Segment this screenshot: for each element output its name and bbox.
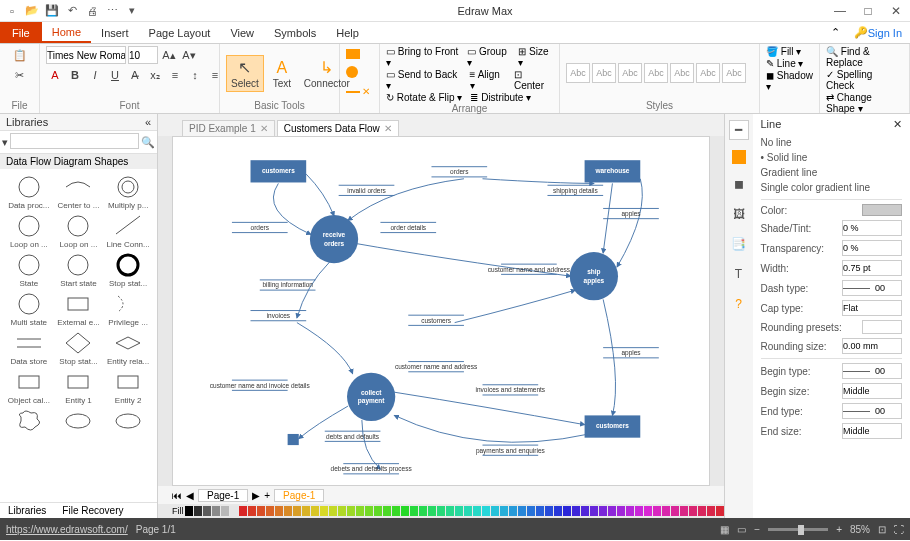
font-color-icon[interactable]: A — [46, 66, 64, 84]
shape-item[interactable]: Object cal... — [7, 368, 51, 405]
color-swatch[interactable] — [419, 506, 427, 516]
italic-icon[interactable]: I — [86, 66, 104, 84]
color-swatch[interactable] — [257, 506, 265, 516]
color-swatch[interactable] — [455, 506, 463, 516]
size-btn[interactable]: ⊞ Size ▾ — [518, 46, 553, 68]
collapse-icon[interactable]: « — [145, 116, 151, 128]
minimize-icon[interactable]: — — [830, 4, 850, 18]
shape-item[interactable]: Privilege ... — [106, 290, 150, 327]
change-shape[interactable]: ⇄ Change Shape ▾ — [826, 92, 903, 114]
text-panel-icon[interactable]: T — [729, 264, 749, 284]
shape-item[interactable]: State — [7, 251, 51, 288]
sign-in-link[interactable]: 🔑 Sign In — [846, 22, 910, 43]
color-swatch[interactable] — [662, 506, 670, 516]
cut-icon[interactable]: ✂ — [11, 66, 29, 84]
color-swatch[interactable] — [329, 506, 337, 516]
color-swatch[interactable] — [401, 506, 409, 516]
style-preset[interactable]: Abc — [722, 63, 746, 83]
status-url[interactable]: https://www.edrawsoft.com/ — [6, 524, 128, 535]
shape-item[interactable]: Line Conn... — [106, 212, 150, 249]
shape-rect-icon[interactable] — [346, 49, 360, 59]
color-swatch[interactable] — [599, 506, 607, 516]
color-swatch[interactable] — [473, 506, 481, 516]
color-swatch[interactable] — [707, 506, 715, 516]
style-preset[interactable]: Abc — [670, 63, 694, 83]
footer-libraries[interactable]: Libraries — [0, 503, 54, 518]
style-preset[interactable]: Abc — [644, 63, 668, 83]
shape-item[interactable]: Loop on ... — [7, 212, 51, 249]
line-style-option[interactable]: Gradient line — [761, 165, 903, 180]
close-panel-icon[interactable]: ✕ — [893, 118, 902, 131]
tab-view[interactable]: View — [220, 22, 264, 43]
color-swatch[interactable] — [527, 506, 535, 516]
color-swatch[interactable] — [221, 506, 229, 516]
view-mode-icon[interactable]: ▦ — [720, 524, 729, 535]
color-swatch[interactable] — [428, 506, 436, 516]
shape-item[interactable]: Loop on ... — [56, 212, 100, 249]
spacing-icon[interactable]: ↕ — [186, 66, 204, 84]
add-page-icon[interactable]: + — [264, 490, 270, 501]
shape-x-icon[interactable]: ✕ — [362, 86, 370, 97]
end-size-select[interactable] — [842, 423, 902, 439]
prev-page-icon[interactable]: ◀ — [186, 490, 194, 501]
shape-item[interactable]: Multiply p... — [106, 173, 150, 210]
color-swatch[interactable] — [590, 506, 598, 516]
fill-btn[interactable]: 🪣 Fill ▾ — [766, 46, 801, 57]
shape-item[interactable]: Entity rela... — [106, 329, 150, 366]
color-swatch[interactable] — [383, 506, 391, 516]
search-icon[interactable]: 🔍 — [141, 133, 155, 151]
rounding-input[interactable] — [842, 338, 902, 354]
doc-tab[interactable]: PID Example 1✕ — [182, 120, 275, 136]
zoom-out-icon[interactable]: − — [754, 524, 760, 535]
shape-item[interactable] — [7, 407, 51, 435]
qat-dropdown-icon[interactable]: ▾ — [124, 3, 140, 19]
color-swatch[interactable] — [239, 506, 247, 516]
color-swatch[interactable] — [374, 506, 382, 516]
color-swatch[interactable] — [446, 506, 454, 516]
style-preset[interactable]: Abc — [592, 63, 616, 83]
tab-symbols[interactable]: Symbols — [264, 22, 326, 43]
color-swatch[interactable] — [437, 506, 445, 516]
shape-item[interactable] — [56, 407, 100, 435]
underline-icon[interactable]: U — [106, 66, 124, 84]
color-swatch[interactable] — [212, 506, 220, 516]
color-swatch[interactable] — [554, 506, 562, 516]
font-size-select[interactable] — [128, 46, 158, 64]
group-btn[interactable]: ▭ Group ▾ — [467, 46, 510, 68]
line-btn[interactable]: ✎ Line ▾ — [766, 58, 803, 69]
color-swatch[interactable] — [302, 506, 310, 516]
decrease-font-icon[interactable]: A▾ — [180, 46, 198, 64]
color-swatch[interactable] — [608, 506, 616, 516]
print-icon[interactable]: 🖨 — [84, 3, 100, 19]
find-replace[interactable]: 🔍 Find & Replace — [826, 46, 903, 68]
color-swatch[interactable] — [563, 506, 571, 516]
layer-panel-icon[interactable]: 📑 — [729, 234, 749, 254]
color-swatch[interactable] — [671, 506, 679, 516]
tab-home[interactable]: Home — [42, 22, 91, 43]
color-swatch[interactable] — [545, 506, 553, 516]
shape-item[interactable]: Stop stat... — [56, 329, 100, 366]
color-swatch[interactable] — [518, 506, 526, 516]
shape-item[interactable]: Entity 1 — [56, 368, 100, 405]
color-swatch[interactable] — [644, 506, 652, 516]
color-swatch[interactable] — [653, 506, 661, 516]
color-swatch[interactable] — [491, 506, 499, 516]
options-icon[interactable]: ⋯ — [104, 3, 120, 19]
color-swatch[interactable] — [635, 506, 643, 516]
color-swatch[interactable] — [862, 204, 902, 216]
save-icon[interactable]: 💾 — [44, 3, 60, 19]
color-swatch[interactable] — [689, 506, 697, 516]
close-icon[interactable]: ✕ — [384, 123, 392, 134]
line-style-option[interactable]: • Solid line — [761, 150, 903, 165]
fill-panel-icon[interactable] — [732, 150, 746, 164]
shape-item[interactable]: Data store — [7, 329, 51, 366]
shadow-btn[interactable]: ◼ Shadow ▾ — [766, 70, 813, 92]
shape-item[interactable]: Center to ... — [56, 173, 100, 210]
style-preset[interactable]: Abc — [696, 63, 720, 83]
color-swatch[interactable] — [320, 506, 328, 516]
shade-input[interactable] — [842, 220, 902, 236]
shape-line-icon[interactable] — [346, 91, 360, 93]
bullets-icon[interactable]: ≡ — [166, 66, 184, 84]
color-swatch[interactable] — [572, 506, 580, 516]
paste-icon[interactable]: 📋 — [11, 46, 29, 64]
